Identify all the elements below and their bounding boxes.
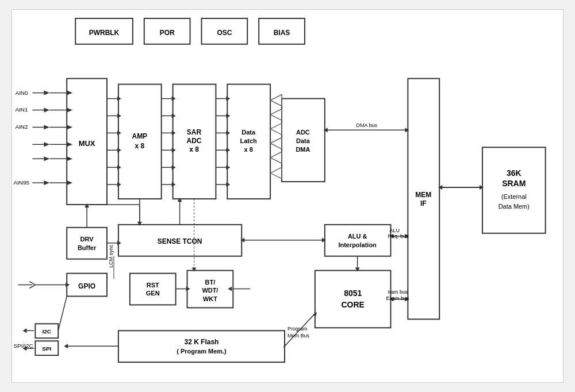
svg-text:POR: POR [160, 29, 175, 37]
svg-marker-129 [270, 167, 282, 179]
svg-text:AIN0: AIN0 [15, 90, 28, 96]
block-diagram: PWRBLK POR OSC BIAS MUX AMP x 8 SAR ADC … [12, 9, 564, 383]
svg-marker-163 [22, 328, 26, 333]
svg-text:ADC: ADC [187, 137, 202, 145]
svg-rect-43 [130, 274, 176, 305]
svg-marker-128 [270, 152, 282, 163]
svg-line-166 [58, 296, 67, 330]
svg-text:ALU: ALU [389, 228, 399, 233]
svg-text:x 8: x 8 [244, 146, 253, 153]
svg-text:DMA bus: DMA bus [356, 122, 378, 128]
svg-text:ALU &: ALU & [348, 233, 367, 240]
svg-marker-76 [44, 142, 49, 147]
svg-rect-28 [482, 147, 546, 233]
svg-text:Latch: Latch [240, 137, 258, 144]
svg-text:AMP: AMP [132, 132, 148, 140]
svg-text:Mem Bus: Mem Bus [288, 333, 309, 339]
svg-text:I2C: I2C [43, 328, 52, 335]
svg-text:BIAS: BIAS [274, 29, 290, 37]
svg-text:SPI: SPI [42, 345, 51, 352]
svg-text:AIN1: AIN1 [15, 106, 28, 113]
svg-text:( Program Mem.): ( Program Mem.) [177, 348, 227, 355]
svg-text:GPIO: GPIO [78, 282, 95, 290]
svg-text:GEN: GEN [146, 290, 160, 297]
svg-text:IF: IF [420, 199, 427, 207]
svg-text:SENSE TCON: SENSE TCON [158, 237, 202, 245]
svg-marker-80 [44, 156, 49, 161]
svg-rect-33 [67, 228, 107, 259]
svg-text:(External: (External [501, 193, 527, 200]
svg-marker-85 [44, 180, 49, 185]
svg-text:Program: Program [288, 326, 307, 332]
svg-text:Buffer: Buffer [78, 244, 97, 251]
svg-text:BT/: BT/ [205, 279, 216, 286]
svg-marker-67 [44, 107, 49, 112]
svg-text:OSC: OSC [217, 29, 232, 37]
svg-text:MEM: MEM [415, 191, 431, 199]
svg-text:Data: Data [296, 137, 310, 144]
svg-text:x 8: x 8 [135, 142, 144, 150]
svg-text:ADC: ADC [296, 129, 310, 136]
svg-line-160 [29, 285, 35, 289]
diagram-svg: PWRBLK POR OSC BIAS MUX AMP x 8 SAR ADC … [12, 10, 563, 382]
svg-text:SAR: SAR [187, 128, 202, 136]
svg-text:Exam bus: Exam bus [386, 295, 409, 301]
svg-marker-72 [44, 125, 49, 129]
svg-text:8051: 8051 [344, 289, 362, 298]
svg-text:36K: 36K [507, 168, 522, 178]
svg-marker-62 [44, 91, 49, 95]
svg-text:Interpolation: Interpolation [338, 241, 377, 248]
svg-text:MUX: MUX [79, 139, 95, 148]
svg-text:RST: RST [147, 282, 159, 289]
svg-text:SRAM: SRAM [502, 179, 526, 188]
svg-text:DMA: DMA [296, 146, 310, 153]
svg-marker-126 [270, 123, 282, 134]
svg-line-159 [29, 282, 35, 285]
svg-text:Req. bus: Req. bus [388, 233, 408, 239]
svg-text:AIN2: AIN2 [15, 124, 28, 130]
svg-text:WDT/: WDT/ [202, 287, 218, 294]
svg-text:32 K Flash: 32 K Flash [185, 338, 219, 346]
svg-rect-40 [325, 225, 391, 256]
svg-marker-124 [270, 95, 282, 106]
svg-text:AIN95: AIN95 [13, 179, 29, 186]
svg-marker-125 [270, 109, 282, 120]
svg-text:DRV: DRV [80, 236, 94, 243]
svg-text:Data Mem): Data Mem) [499, 203, 530, 210]
svg-text:Data: Data [241, 129, 256, 136]
svg-rect-50 [315, 271, 391, 328]
svg-marker-183 [64, 344, 68, 348]
svg-text:x 8: x 8 [189, 145, 199, 153]
svg-text:WKT: WKT [203, 295, 217, 302]
svg-text:CORE: CORE [342, 300, 365, 309]
svg-text:Iram bus: Iram bus [388, 289, 408, 295]
svg-rect-53 [118, 330, 285, 362]
svg-text:PWRBLK: PWRBLK [89, 29, 120, 37]
svg-marker-127 [270, 137, 282, 149]
svg-text:LCM sync: LCM sync [108, 244, 114, 267]
